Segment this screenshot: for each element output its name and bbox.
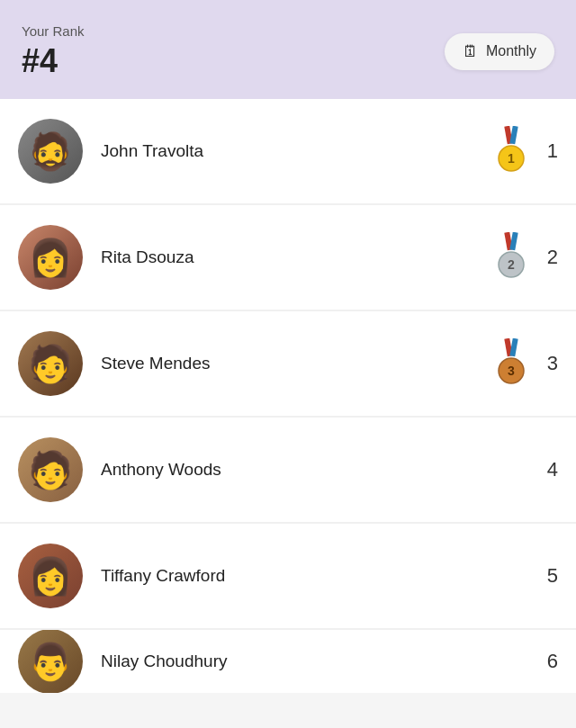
avatar: 🧑: [18, 437, 83, 502]
svg-text:1: 1: [508, 151, 515, 166]
list-item[interactable]: 👩 Tiffany Crawford 5: [0, 524, 576, 628]
avatar: 🧑: [18, 331, 83, 396]
rank-label: Your Rank: [22, 23, 85, 39]
calendar-icon: 🗓: [463, 42, 479, 61]
monthly-label: Monthly: [486, 43, 536, 59]
rank-info: 2 2: [493, 232, 558, 283]
medal-container: 3 3: [493, 338, 558, 389]
list-item[interactable]: 🧔 John Travolta 1 1: [0, 99, 576, 203]
rank-info: 4: [536, 458, 558, 481]
header: Your Rank #4 🗓 Monthly: [0, 0, 576, 99]
avatar: 👩: [18, 544, 83, 608]
rank-number: 3: [536, 352, 558, 375]
list-item[interactable]: 🧑 Anthony Woods 4: [0, 418, 576, 522]
rank-value: #4: [22, 42, 85, 80]
person-name: Rita Dsouza: [101, 247, 493, 267]
avatar: 👩: [18, 225, 83, 290]
rank-number: 6: [536, 650, 558, 673]
person-name: Steve Mendes: [101, 354, 493, 373]
rank-number: 1: [536, 139, 558, 163]
rank-number: 4: [536, 458, 558, 481]
leaderboard-list: 🧔 John Travolta 1 1 👩 Rita Dsouza: [0, 99, 576, 693]
medal-container: 1 1: [493, 126, 558, 176]
monthly-button[interactable]: 🗓 Monthly: [445, 33, 554, 70]
rank-number: 2: [536, 246, 558, 269]
person-name: John Travolta: [101, 141, 493, 161]
rank-section: Your Rank #4: [22, 23, 85, 80]
svg-text:3: 3: [508, 364, 515, 378]
list-item[interactable]: 👨 Nilay Choudhury 6: [0, 630, 576, 693]
rank-info: 5: [536, 564, 558, 588]
list-item[interactable]: 🧑 Steve Mendes 3 3: [0, 311, 576, 416]
rank-number: 5: [536, 564, 558, 588]
person-name: Nilay Choudhury: [101, 652, 536, 671]
medal-icon: 1: [493, 126, 529, 176]
person-name: Anthony Woods: [101, 460, 536, 480]
list-item[interactable]: 👩 Rita Dsouza 2 2: [0, 205, 576, 310]
avatar: 👨: [18, 630, 83, 693]
avatar: 🧔: [18, 119, 83, 184]
medal-container: 2 2: [493, 232, 558, 283]
rank-info: 3 3: [493, 338, 558, 389]
rank-info: 6: [536, 650, 558, 673]
svg-text:2: 2: [508, 257, 515, 272]
medal-icon: 2: [493, 232, 529, 283]
medal-icon: 3: [493, 338, 529, 389]
person-name: Tiffany Crawford: [101, 566, 536, 586]
rank-info: 1 1: [493, 126, 558, 176]
